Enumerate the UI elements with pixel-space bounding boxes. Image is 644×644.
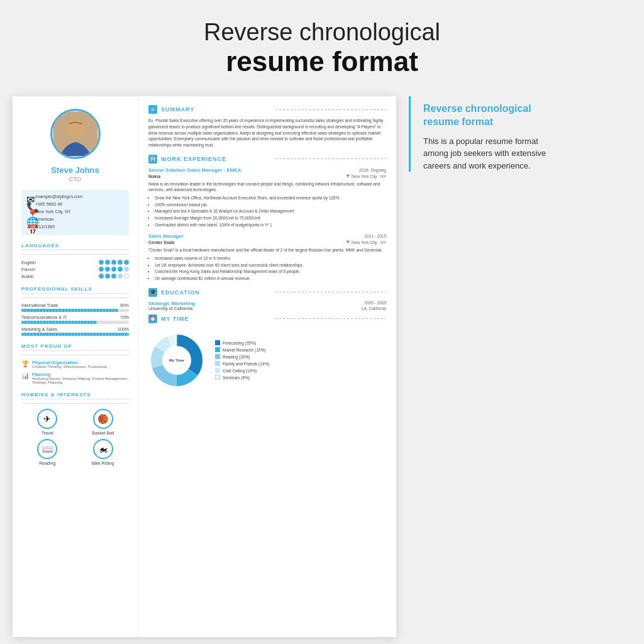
main-container: Steve Johns CTO ✉ example@stylingcv.com … [13, 96, 631, 637]
lang-arabic: Arabic [21, 274, 129, 279]
legend-family: Family and Friends (14%) [215, 361, 269, 366]
trophy-icon: 🏆 [21, 360, 29, 368]
email-icon: ✉ [26, 194, 32, 199]
languages-title: LANGUAGES [21, 243, 129, 250]
reading-icon: 📖 [37, 439, 57, 459]
bullet: 1st UK employee. Achieved over 60 client… [155, 262, 386, 269]
basketball-icon: 🏀 [93, 409, 113, 429]
skill-intl-trade: International Trade 90% [21, 303, 129, 312]
bullet: Managed and led 4 Specialist & 32 Analys… [155, 208, 386, 214]
lang-english: English [21, 260, 129, 265]
contact-location: 📍 New York City, NY [26, 209, 124, 214]
job-1-bullets: Grew the New York Office, Northeast Acco… [148, 195, 386, 228]
title-line2: resume format [204, 46, 440, 77]
summary-text: Ex. Pivotal Sales Executive offering ove… [148, 118, 386, 148]
skills-block: PROFESSIONAL SKILLS International Trade … [21, 286, 129, 336]
languages-block: LANGUAGES English French [21, 243, 129, 279]
hobby-biking: 🏍 Bike Riding [77, 439, 130, 465]
proud-title: MOST PROUD OF [21, 343, 129, 351]
legend-forecasting: Forecasting (35%) [215, 340, 269, 345]
nationality-icon: 🌐 [26, 216, 32, 222]
work-icon: 🏢 [148, 155, 157, 164]
resume-card: Steve Johns CTO ✉ example@stylingcv.com … [13, 96, 396, 637]
donut-center-label: My Time [169, 358, 184, 362]
avatar-container [21, 109, 129, 159]
person-title: CTO [21, 176, 129, 182]
sidebar: Steve Johns CTO ✉ example@stylingcv.com … [13, 96, 138, 637]
dob-icon: 📅 [26, 224, 32, 230]
hobby-basketball: 🏀 Basket Ball [77, 409, 130, 435]
contact-phone: 📞 +965 5682 48 [26, 201, 124, 207]
proud-block: MOST PROUD OF 🏆 Physical Organization Cr… [21, 343, 129, 384]
hobby-reading: 📖 Reading [21, 439, 74, 465]
location-icon: 📍 [26, 209, 32, 214]
title-line1: Reverse chronological [204, 19, 440, 46]
chart-icon: 📊 [21, 372, 29, 380]
legend-market-research: Market Research (15%) [215, 347, 269, 352]
job-2-header: Sales Manager 2013 - 2015 [148, 233, 386, 239]
edu-icon: 🎓 [148, 288, 157, 297]
bullet: Overhauled district with new talent. 104… [155, 222, 386, 228]
legend-seminars: Seminars (6%) [215, 375, 269, 380]
bullet: Coached the Hong Kong Sales and Relation… [155, 269, 386, 275]
proud-item-2: 📊 Planning Analyzing Issues, Decision Ma… [21, 372, 129, 384]
time-icon: ⏰ [148, 314, 157, 323]
bullet: Increased sales volume of 10 in 6 months [155, 255, 386, 262]
bike-icon: 🏍 [93, 439, 113, 459]
lang-french: French [21, 267, 129, 272]
bullet: Grew the New York Office, Northeast Acco… [155, 195, 386, 201]
bullet: 100% commission based job. [155, 202, 386, 208]
svg-point-2 [69, 119, 82, 132]
job-1-header: Senior Solution Sales Manager - EMEA 201… [148, 167, 386, 173]
summary-icon: ≡ [148, 105, 157, 114]
edu-1-header: Strategic Marketing 2005 - 2009 [148, 301, 386, 306]
legend-cold-calling: Cold Calling (10%) [215, 368, 269, 373]
donut-legend: Forecasting (35%) Market Research (15%) … [215, 340, 269, 380]
job-1-desc: Nokia is an innovation leader in the tec… [148, 181, 386, 192]
contact-nationality: 🌐 American [26, 216, 124, 222]
bullet: On average contributed $1 million in ann… [155, 275, 386, 282]
bullet: Increased Average Margin from 20,000/Uni… [155, 215, 386, 221]
person-name: Steve Johns [21, 165, 129, 175]
side-note: Reverse chronological resume format This… [409, 96, 560, 172]
donut-container: My Time Forecasting (35%) Market Researc… [148, 327, 386, 394]
side-note-text: This is a popular resume format among jo… [423, 135, 560, 172]
legend-reading: Reading (20%) [215, 354, 269, 359]
job-2-bullets: Increased sales volume of 10 in 6 months… [148, 255, 386, 282]
my-time-header: ⏰ MY TIME [148, 314, 386, 323]
skills-title: PROFESSIONAL SKILLS [21, 286, 129, 294]
side-note-title: Reverse chronological resume format [423, 103, 560, 129]
skill-telecom: Telecomunications & IT 70% [21, 315, 129, 324]
hobbies-block: HOBBIES & INTERESTS ✈ Travel 🏀 Basket Ba… [21, 392, 129, 465]
summary-header: ≡ SUMMARY [148, 105, 386, 114]
job-1-company: Nokia 📍 New York City · NY [148, 174, 386, 179]
skill-marketing: Marketing & Sales 100% [21, 327, 129, 336]
avatar [50, 109, 101, 159]
education-header: 🎓 EDUCATION [148, 288, 386, 297]
phone-icon: 📞 [26, 201, 32, 207]
job-2-company: Center Snab 📍 New York City · NY [148, 240, 386, 245]
proud-item-1: 🏆 Physical Organization Creative Thinkin… [21, 360, 129, 369]
job-2-desc: "Center Snab" is a local hardware manufa… [148, 247, 386, 253]
hobby-travel: ✈ Travel [21, 409, 74, 435]
travel-icon: ✈ [37, 409, 57, 429]
contact-block: ✉ example@stylingcv.com 📞 +965 5682 48 📍… [21, 190, 129, 235]
resume-content: ≡ SUMMARY Ex. Pivotal Sales Executive of… [138, 96, 396, 637]
work-experience-header: 🏢 WORK EXPERIENCE [148, 155, 386, 164]
edu-1-school: University of California LA, California [148, 306, 386, 311]
contact-dob: 📅 3/12/1983 [26, 224, 124, 230]
page-title: Reverse chronological resume format [204, 19, 440, 96]
hobbies-title: HOBBIES & INTERESTS [21, 392, 129, 399]
contact-email: ✉ example@stylingcv.com [26, 194, 124, 199]
donut-chart: My Time [148, 332, 205, 389]
